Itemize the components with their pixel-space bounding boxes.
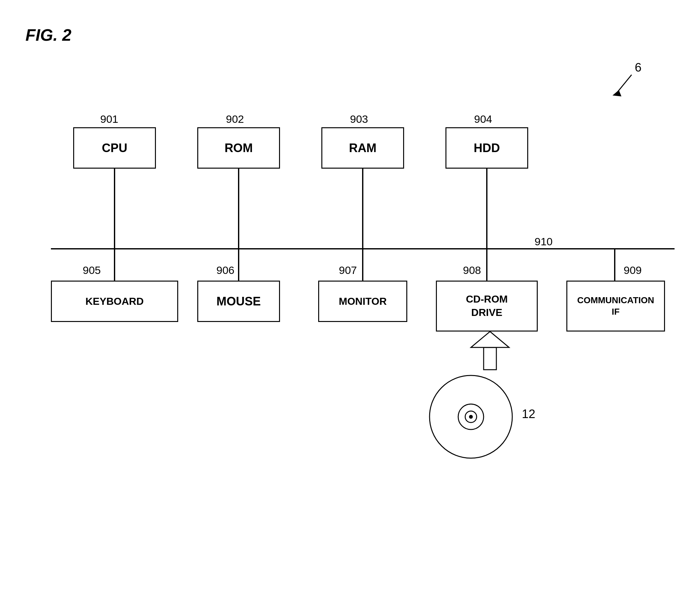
monitor-box: MONITOR [318, 281, 407, 322]
svg-marker-2 [612, 90, 621, 96]
cd-disc [426, 372, 516, 461]
svg-line-1 [617, 75, 632, 92]
cpu-box: CPU [73, 127, 156, 169]
rom-ref: 902 [226, 113, 244, 125]
rom-connector [238, 169, 239, 249]
keyboard-ref: 905 [83, 264, 101, 276]
cdrom-ref: 908 [463, 264, 481, 276]
keyboard-connector [114, 249, 115, 281]
hdd-connector [486, 169, 488, 249]
hdd-box: HDD [446, 127, 528, 169]
svg-point-8 [469, 415, 473, 419]
hdd-ref: 904 [474, 113, 492, 125]
mouse-ref: 906 [216, 264, 234, 276]
svg-rect-3 [484, 347, 496, 370]
commif-ref: 909 [624, 264, 642, 276]
ram-ref: 903 [350, 113, 368, 125]
ram-connector [362, 169, 364, 249]
reference-6-arrow: 6 [600, 62, 651, 100]
cdrom-connector-top [486, 249, 488, 281]
cpu-connector [114, 169, 115, 249]
commif-connector [614, 249, 615, 281]
disc-ref-label: 12 [522, 407, 535, 421]
keyboard-box: KEYBOARD [51, 281, 178, 322]
svg-text:6: 6 [635, 62, 642, 74]
cd-arrow [465, 331, 516, 373]
cpu-ref: 901 [100, 113, 118, 125]
mouse-connector [238, 249, 239, 281]
bus-ref-label: 910 [534, 235, 553, 248]
mouse-box: MOUSE [197, 281, 280, 322]
cdrom-box: CD-ROM DRIVE [436, 281, 538, 331]
monitor-connector [362, 249, 364, 281]
commif-box: COMMUNICATION IF [566, 281, 665, 331]
monitor-ref: 907 [339, 264, 357, 276]
figure-title: FIG. 2 [25, 25, 71, 45]
ram-box: RAM [321, 127, 404, 169]
svg-marker-4 [471, 331, 509, 347]
rom-box: ROM [197, 127, 280, 169]
